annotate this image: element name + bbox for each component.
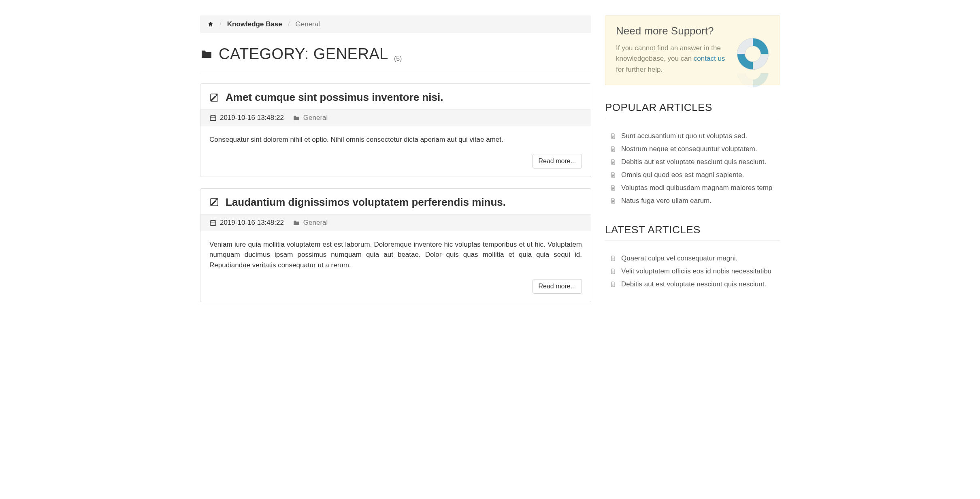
article-date: 2019-10-16 13:48:22 — [220, 219, 284, 227]
sidebar-article-title: Sunt accusantium ut quo ut voluptas sed. — [621, 132, 747, 140]
sidebar-article-link[interactable]: Debitis aut est voluptate nesciunt quis … — [605, 156, 780, 168]
support-title: Need more Support? — [616, 25, 769, 37]
edit-icon — [209, 93, 219, 102]
support-text-after: for further help. — [616, 66, 663, 73]
article-panel: Laudantium dignissimos voluptatem perfer… — [200, 188, 591, 303]
lifebuoy-icon — [735, 36, 771, 72]
folder-icon — [293, 219, 300, 226]
lifebuoy-reflection — [735, 73, 771, 90]
breadcrumb-current: General — [296, 20, 320, 28]
folder-icon — [200, 48, 213, 61]
article-count: (5) — [394, 55, 402, 62]
sidebar-article-link[interactable]: Voluptas modi quibusdam magnam maiores t… — [605, 181, 780, 194]
sidebar-article-title: Velit voluptatem officiis eos id nobis n… — [621, 267, 771, 275]
sidebar-article-link[interactable]: Natus fuga vero ullam earum. — [605, 194, 780, 207]
sidebar-article-link[interactable]: Omnis qui quod eos est magni sapiente. — [605, 168, 780, 181]
contact-us-link[interactable]: contact us — [694, 55, 725, 62]
sidebar-article-link[interactable]: Debitis aut est voluptate nesciunt quis … — [605, 278, 780, 291]
sidebar-article-title: Quaerat culpa vel consequatur magni. — [621, 254, 737, 262]
sidebar-article-link[interactable]: Sunt accusantium ut quo ut voluptas sed. — [605, 130, 780, 143]
sidebar-article-title: Natus fuga vero ullam earum. — [621, 197, 712, 205]
read-more-button[interactable]: Read more... — [533, 279, 582, 294]
article-excerpt: Veniam iure quia mollitia voluptatem est… — [200, 231, 591, 279]
article-date: 2019-10-16 13:48:22 — [220, 114, 284, 122]
article-category-label: General — [303, 219, 328, 227]
sidebar-article-title: Debitis aut est voluptate nesciunt quis … — [621, 280, 766, 288]
article-category-link[interactable]: General — [293, 219, 328, 227]
article-title-link[interactable]: Laudantium dignissimos voluptatem perfer… — [226, 196, 506, 209]
page-title-row: CATEGORY: GENERAL (5) — [200, 45, 591, 72]
latest-articles-section: LATEST ARTICLES Quaerat culpa vel conseq… — [605, 224, 780, 291]
article-category-link[interactable]: General — [293, 114, 328, 122]
article-category-label: General — [303, 114, 328, 122]
latest-heading: LATEST ARTICLES — [605, 224, 780, 236]
page-title: CATEGORY: GENERAL — [219, 45, 388, 63]
breadcrumb: / Knowledge Base / General — [200, 15, 591, 33]
support-callout: Need more Support? If you cannot find an… — [605, 15, 780, 85]
edit-icon — [209, 197, 219, 207]
file-icon — [610, 281, 616, 288]
sidebar-article-link[interactable]: Quaerat culpa vel consequatur magni. — [605, 252, 780, 265]
calendar-icon — [209, 114, 217, 122]
calendar-icon — [209, 219, 217, 226]
sidebar-article-link[interactable]: Nostrum neque et consequuntur voluptatem… — [605, 143, 780, 156]
breadcrumb-separator: / — [219, 20, 222, 28]
article-excerpt: Consequatur sint dolorem nihil et optio.… — [200, 126, 591, 154]
article-title-link[interactable]: Amet cumque sint possimus inventore nisi… — [226, 91, 443, 104]
sidebar-article-link[interactable]: Velit voluptatem officiis eos id nobis n… — [605, 265, 780, 278]
read-more-button[interactable]: Read more... — [533, 154, 582, 168]
file-icon — [610, 146, 616, 152]
file-icon — [610, 198, 616, 204]
sidebar-article-title: Nostrum neque et consequuntur voluptatem… — [621, 145, 757, 153]
sidebar-article-title: Debitis aut est voluptate nesciunt quis … — [621, 158, 766, 166]
sidebar-article-title: Omnis qui quod eos est magni sapiente. — [621, 171, 744, 179]
folder-icon — [293, 114, 300, 122]
file-icon — [610, 255, 616, 262]
popular-heading: POPULAR ARTICLES — [605, 101, 780, 114]
file-icon — [610, 172, 616, 178]
support-text: If you cannot find an answer in the know… — [616, 43, 729, 75]
file-icon — [610, 133, 616, 139]
file-icon — [610, 159, 616, 165]
breadcrumb-kb-link[interactable]: Knowledge Base — [227, 20, 282, 28]
sidebar-article-title: Voluptas modi quibusdam magnam maiores t… — [621, 184, 772, 192]
file-icon — [610, 268, 616, 275]
file-icon — [610, 185, 616, 191]
breadcrumb-separator: / — [288, 20, 290, 28]
article-panel: Amet cumque sint possimus inventore nisi… — [200, 83, 591, 177]
home-icon[interactable] — [207, 21, 214, 28]
popular-articles-section: POPULAR ARTICLES Sunt accusantium ut quo… — [605, 101, 780, 207]
